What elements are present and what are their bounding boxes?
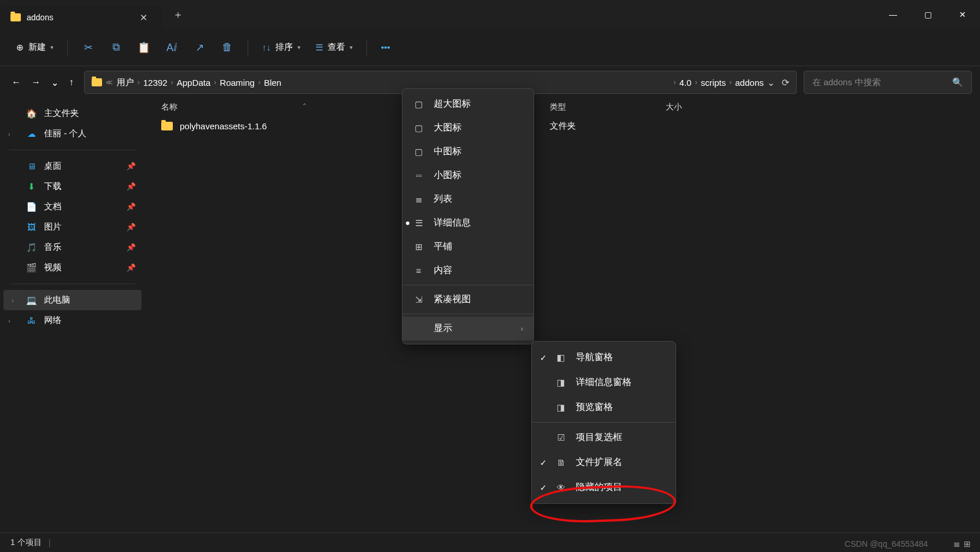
window-controls: — ▢ ✕ xyxy=(876,2,980,27)
sidebar-desktop[interactable]: 🖥桌面📌 xyxy=(0,156,145,176)
folder-icon xyxy=(161,122,173,130)
pin-icon: 📌 xyxy=(126,162,136,170)
folder-icon xyxy=(10,13,21,21)
content-icon: ≡ xyxy=(413,266,424,275)
bc-item[interactable]: 4.0 xyxy=(680,78,692,88)
rename-button[interactable]: Aⅈ xyxy=(159,37,184,59)
details-view-icon[interactable]: ≣ xyxy=(953,539,960,549)
chevron-right-icon: › xyxy=(521,325,523,333)
new-button[interactable]: ⊕ 新建 ▾ xyxy=(10,37,59,57)
forward-button[interactable]: → xyxy=(31,77,41,88)
cut-button[interactable]: ✂ xyxy=(76,37,100,59)
menu-compact[interactable]: ⇲紧凑视图 xyxy=(402,288,533,311)
menu-details[interactable]: ☰详细信息 xyxy=(402,211,533,235)
pc-icon: 💻 xyxy=(26,295,37,306)
chevron-down-icon: ▾ xyxy=(297,44,300,50)
bc-item[interactable]: addons xyxy=(735,78,764,88)
separator xyxy=(248,39,248,56)
menu-hidden-items[interactable]: ✓👁隐藏的项目 xyxy=(532,475,676,500)
divider: | xyxy=(49,538,51,547)
bc-item[interactable]: 用户 xyxy=(117,77,134,88)
toolbar: ⊕ 新建 ▾ ✂ ⧉ 📋 Aⅈ ↗ 🗑 ↑↓ 排序 ▾ ☰ 查看 ▾ ••• xyxy=(0,29,980,66)
videos-icon: 🎬 xyxy=(26,263,37,273)
sidebar-pictures[interactable]: 🖼图片📌 xyxy=(0,217,145,237)
list-item[interactable]: polyhavenassets-1.1.6 文件夹 xyxy=(145,116,980,136)
view-button[interactable]: ☰ 查看 ▾ xyxy=(310,37,358,57)
bc-item[interactable]: scripts xyxy=(700,78,725,88)
separator xyxy=(9,150,136,150)
separator xyxy=(366,39,367,56)
sidebar-personal[interactable]: ›☁佳丽 - 个人 xyxy=(0,124,145,144)
close-tab-icon[interactable]: ✕ xyxy=(135,10,152,26)
statusbar: 1 个项目 | CSDN @qq_64553484 ≣⊞ xyxy=(0,532,980,552)
history-chevron-icon[interactable]: ⌄ xyxy=(767,77,775,88)
maximize-button[interactable]: ▢ xyxy=(910,2,945,27)
minimize-button[interactable]: — xyxy=(876,2,910,27)
expand-icon[interactable]: › xyxy=(8,317,10,324)
new-tab-button[interactable]: ＋ xyxy=(162,8,194,21)
show-submenu: ✓◧导航窗格 ◨详细信息窗格 ◨预览窗格 ☑项目复选框 ✓🗎文件扩展名 ✓👁隐藏… xyxy=(531,341,676,504)
folder-icon xyxy=(92,78,102,86)
sidebar-videos[interactable]: 🎬视频📌 xyxy=(0,257,145,278)
back-button[interactable]: ← xyxy=(12,77,21,88)
watermark: CSDN @qq_64553484 xyxy=(845,539,928,549)
bc-item[interactable]: Blen xyxy=(264,78,281,88)
up-button[interactable]: ↑ xyxy=(69,77,74,88)
menu-list[interactable]: ≣列表 xyxy=(402,187,533,211)
menu-checkboxes[interactable]: ☑项目复选框 xyxy=(532,425,676,450)
titlebar: addons ✕ ＋ — ▢ ✕ xyxy=(0,0,980,29)
menu-extensions[interactable]: ✓🗎文件扩展名 xyxy=(532,450,676,475)
tab-addons[interactable]: addons ✕ xyxy=(0,6,162,29)
expand-icon[interactable]: › xyxy=(8,130,10,137)
menu-content[interactable]: ≡内容 xyxy=(402,259,533,282)
menu-xl-icons[interactable]: ▢超大图标 xyxy=(402,92,533,116)
overflow-icon[interactable]: ≪ xyxy=(106,78,113,86)
close-button[interactable]: ✕ xyxy=(945,2,980,27)
sidebar-downloads[interactable]: ⬇下载📌 xyxy=(0,176,145,197)
search-input[interactable]: 在 addons 中搜索 🔍 xyxy=(804,71,972,94)
bc-item[interactable]: AppData xyxy=(177,78,210,88)
paste-button[interactable]: 📋 xyxy=(132,37,156,59)
sidebar-this-pc[interactable]: ›💻此电脑 xyxy=(3,290,141,310)
share-button[interactable]: ↗ xyxy=(187,37,212,59)
pane-left-icon: ◧ xyxy=(555,353,567,363)
menu-l-icons[interactable]: ▢大图标 xyxy=(402,116,533,140)
tab-title: addons xyxy=(27,13,129,22)
sidebar-music[interactable]: 🎵音乐📌 xyxy=(0,237,145,257)
recent-button[interactable]: ⌄ xyxy=(51,77,59,88)
menu-details-pane[interactable]: ◨详细信息窗格 xyxy=(532,370,676,395)
onedrive-icon: ☁ xyxy=(26,129,37,139)
sidebar-network[interactable]: ›🖧网络 xyxy=(0,310,145,331)
menu-nav-pane[interactable]: ✓◧导航窗格 xyxy=(532,345,676,370)
check-icon: ✓ xyxy=(540,483,547,492)
expand-icon[interactable]: › xyxy=(12,297,14,304)
refresh-button[interactable]: ⟳ xyxy=(782,77,789,88)
bc-item[interactable]: Roaming xyxy=(220,78,255,88)
col-size[interactable]: 大小 xyxy=(666,102,747,112)
sidebar-home[interactable]: 🏠主文件夹 xyxy=(0,103,145,124)
menu-m-icons[interactable]: ▢中图标 xyxy=(402,140,533,164)
menu-s-icons[interactable]: ▫▫小图标 xyxy=(402,164,533,187)
downloads-icon: ⬇ xyxy=(26,181,37,192)
col-type[interactable]: 类型 xyxy=(550,102,666,112)
status-count: 1 个项目 xyxy=(10,538,42,548)
menu-separator xyxy=(402,285,533,285)
column-collapse-icon[interactable]: ⌃ xyxy=(302,100,307,112)
view-toggle[interactable]: ≣⊞ xyxy=(953,539,971,549)
check-icon: ✓ xyxy=(540,353,547,362)
grid-xl-icon: ▢ xyxy=(413,99,424,110)
menu-tiles[interactable]: ⊞平铺 xyxy=(402,235,533,259)
thumb-view-icon[interactable]: ⊞ xyxy=(964,539,971,549)
grid-l-icon: ▢ xyxy=(413,123,424,133)
bc-item[interactable]: 12392 xyxy=(143,78,168,88)
sort-button[interactable]: ↑↓ 排序 ▾ xyxy=(256,37,306,57)
music-icon: 🎵 xyxy=(26,242,37,253)
copy-icon: ⧉ xyxy=(110,41,122,53)
more-icon: ••• xyxy=(381,42,390,52)
sidebar-documents[interactable]: 📄文档📌 xyxy=(0,197,145,217)
copy-button[interactable]: ⧉ xyxy=(104,37,128,58)
more-button[interactable]: ••• xyxy=(375,38,396,57)
menu-show[interactable]: 显示› xyxy=(402,317,533,340)
menu-preview-pane[interactable]: ◨预览窗格 xyxy=(532,395,676,420)
delete-button[interactable]: 🗑 xyxy=(215,37,239,58)
